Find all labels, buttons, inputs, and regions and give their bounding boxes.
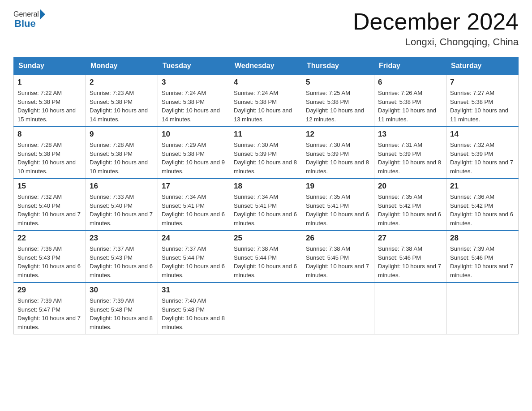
- title-block: December 2024 Longxi, Chongqing, China: [353, 9, 519, 48]
- week-row-5: 29Sunrise: 7:39 AMSunset: 5:47 PMDayligh…: [14, 283, 519, 334]
- calendar-cell: [446, 283, 519, 334]
- location-title: Longxi, Chongqing, China: [353, 36, 519, 48]
- week-row-4: 22Sunrise: 7:36 AMSunset: 5:43 PMDayligh…: [14, 231, 519, 283]
- day-info: Sunrise: 7:38 AMSunset: 5:46 PMDaylight:…: [378, 244, 442, 279]
- day-number: 20: [378, 182, 442, 191]
- day-info: Sunrise: 7:30 AMSunset: 5:39 PMDaylight:…: [306, 141, 370, 176]
- day-number: 14: [450, 130, 515, 139]
- header-friday: Friday: [374, 57, 446, 75]
- day-number: 11: [234, 130, 298, 139]
- logo-general-text: General: [13, 10, 39, 18]
- header-saturday: Saturday: [446, 57, 519, 75]
- calendar-cell: 1Sunrise: 7:22 AMSunset: 5:38 PMDaylight…: [14, 75, 86, 127]
- logo-arrow-icon: [40, 9, 45, 20]
- day-info: Sunrise: 7:28 AMSunset: 5:38 PMDaylight:…: [17, 141, 82, 176]
- calendar-table: SundayMondayTuesdayWednesdayThursdayFrid…: [13, 57, 519, 334]
- day-info: Sunrise: 7:28 AMSunset: 5:38 PMDaylight:…: [90, 141, 154, 176]
- calendar-cell: 20Sunrise: 7:35 AMSunset: 5:42 PMDayligh…: [374, 179, 446, 231]
- calendar-cell: 9Sunrise: 7:28 AMSunset: 5:38 PMDaylight…: [86, 127, 158, 179]
- day-number: 8: [17, 130, 82, 139]
- day-info: Sunrise: 7:34 AMSunset: 5:41 PMDaylight:…: [162, 193, 226, 227]
- day-info: Sunrise: 7:34 AMSunset: 5:41 PMDaylight:…: [234, 193, 298, 227]
- day-number: 18: [234, 182, 298, 191]
- day-number: 28: [450, 234, 515, 243]
- day-number: 30: [90, 286, 154, 295]
- day-info: Sunrise: 7:26 AMSunset: 5:38 PMDaylight:…: [378, 89, 442, 124]
- day-number: 15: [17, 182, 82, 191]
- day-number: 16: [90, 182, 154, 191]
- day-info: Sunrise: 7:32 AMSunset: 5:40 PMDaylight:…: [17, 193, 82, 227]
- day-info: Sunrise: 7:22 AMSunset: 5:38 PMDaylight:…: [17, 89, 82, 124]
- month-title: December 2024: [353, 9, 519, 34]
- calendar-cell: 23Sunrise: 7:37 AMSunset: 5:43 PMDayligh…: [86, 231, 158, 283]
- day-number: 6: [378, 78, 442, 87]
- day-info: Sunrise: 7:27 AMSunset: 5:38 PMDaylight:…: [450, 89, 515, 124]
- day-number: 19: [306, 182, 370, 191]
- calendar-cell: 15Sunrise: 7:32 AMSunset: 5:40 PMDayligh…: [14, 179, 86, 231]
- day-number: 2: [90, 78, 154, 87]
- calendar-cell: 14Sunrise: 7:32 AMSunset: 5:39 PMDayligh…: [446, 127, 519, 179]
- calendar-cell: 10Sunrise: 7:29 AMSunset: 5:38 PMDayligh…: [158, 127, 230, 179]
- calendar-cell: 12Sunrise: 7:30 AMSunset: 5:39 PMDayligh…: [302, 127, 374, 179]
- day-info: Sunrise: 7:31 AMSunset: 5:39 PMDaylight:…: [378, 141, 442, 176]
- header-thursday: Thursday: [302, 57, 374, 75]
- day-number: 1: [17, 78, 82, 87]
- day-number: 5: [306, 78, 370, 87]
- calendar-cell: 17Sunrise: 7:34 AMSunset: 5:41 PMDayligh…: [158, 179, 230, 231]
- day-info: Sunrise: 7:36 AMSunset: 5:43 PMDaylight:…: [17, 244, 82, 279]
- calendar-cell: 8Sunrise: 7:28 AMSunset: 5:38 PMDaylight…: [14, 127, 86, 179]
- day-number: 31: [162, 286, 226, 295]
- calendar-cell: 3Sunrise: 7:24 AMSunset: 5:38 PMDaylight…: [158, 75, 230, 127]
- calendar-cell: 2Sunrise: 7:23 AMSunset: 5:38 PMDaylight…: [86, 75, 158, 127]
- calendar-cell: 25Sunrise: 7:38 AMSunset: 5:44 PMDayligh…: [230, 231, 302, 283]
- day-info: Sunrise: 7:23 AMSunset: 5:38 PMDaylight:…: [90, 89, 154, 124]
- calendar-cell: [302, 283, 374, 334]
- day-info: Sunrise: 7:35 AMSunset: 5:41 PMDaylight:…: [306, 193, 370, 227]
- day-info: Sunrise: 7:33 AMSunset: 5:40 PMDaylight:…: [90, 193, 154, 227]
- calendar-cell: 5Sunrise: 7:25 AMSunset: 5:38 PMDaylight…: [302, 75, 374, 127]
- day-info: Sunrise: 7:30 AMSunset: 5:39 PMDaylight:…: [234, 141, 298, 176]
- day-info: Sunrise: 7:25 AMSunset: 5:38 PMDaylight:…: [306, 89, 370, 124]
- day-number: 24: [162, 234, 226, 243]
- day-number: 29: [17, 286, 82, 295]
- day-number: 10: [162, 130, 226, 139]
- day-number: 25: [234, 234, 298, 243]
- page-header: General Blue December 2024 Longxi, Chong…: [13, 9, 519, 48]
- day-number: 12: [306, 130, 370, 139]
- calendar-cell: 30Sunrise: 7:39 AMSunset: 5:48 PMDayligh…: [86, 283, 158, 334]
- day-number: 13: [378, 130, 442, 139]
- logo-blue-text: Blue: [13, 18, 36, 30]
- calendar-cell: 22Sunrise: 7:36 AMSunset: 5:43 PMDayligh…: [14, 231, 86, 283]
- day-number: 26: [306, 234, 370, 243]
- day-number: 3: [162, 78, 226, 87]
- header-sunday: Sunday: [14, 57, 86, 75]
- week-row-1: 1Sunrise: 7:22 AMSunset: 5:38 PMDaylight…: [14, 75, 519, 127]
- day-info: Sunrise: 7:39 AMSunset: 5:47 PMDaylight:…: [17, 296, 82, 331]
- calendar-cell: 11Sunrise: 7:30 AMSunset: 5:39 PMDayligh…: [230, 127, 302, 179]
- calendar-cell: 4Sunrise: 7:24 AMSunset: 5:38 PMDaylight…: [230, 75, 302, 127]
- calendar-cell: 19Sunrise: 7:35 AMSunset: 5:41 PMDayligh…: [302, 179, 374, 231]
- day-info: Sunrise: 7:38 AMSunset: 5:44 PMDaylight:…: [234, 244, 298, 279]
- day-info: Sunrise: 7:37 AMSunset: 5:43 PMDaylight:…: [90, 244, 154, 279]
- day-info: Sunrise: 7:35 AMSunset: 5:42 PMDaylight:…: [378, 193, 442, 227]
- day-info: Sunrise: 7:29 AMSunset: 5:38 PMDaylight:…: [162, 141, 226, 176]
- calendar-cell: 13Sunrise: 7:31 AMSunset: 5:39 PMDayligh…: [374, 127, 446, 179]
- week-row-3: 15Sunrise: 7:32 AMSunset: 5:40 PMDayligh…: [14, 179, 519, 231]
- day-number: 4: [234, 78, 298, 87]
- calendar-header-row: SundayMondayTuesdayWednesdayThursdayFrid…: [14, 57, 519, 75]
- header-wednesday: Wednesday: [230, 57, 302, 75]
- day-info: Sunrise: 7:36 AMSunset: 5:42 PMDaylight:…: [450, 193, 515, 227]
- day-info: Sunrise: 7:24 AMSunset: 5:38 PMDaylight:…: [234, 89, 298, 124]
- day-number: 9: [90, 130, 154, 139]
- day-number: 23: [90, 234, 154, 243]
- logo: General Blue: [13, 9, 46, 30]
- calendar-cell: 18Sunrise: 7:34 AMSunset: 5:41 PMDayligh…: [230, 179, 302, 231]
- day-number: 22: [17, 234, 82, 243]
- calendar-cell: [230, 283, 302, 334]
- day-info: Sunrise: 7:37 AMSunset: 5:44 PMDaylight:…: [162, 244, 226, 279]
- calendar-cell: 26Sunrise: 7:38 AMSunset: 5:45 PMDayligh…: [302, 231, 374, 283]
- day-number: 17: [162, 182, 226, 191]
- calendar-cell: 24Sunrise: 7:37 AMSunset: 5:44 PMDayligh…: [158, 231, 230, 283]
- day-info: Sunrise: 7:24 AMSunset: 5:38 PMDaylight:…: [162, 89, 226, 124]
- header-tuesday: Tuesday: [158, 57, 230, 75]
